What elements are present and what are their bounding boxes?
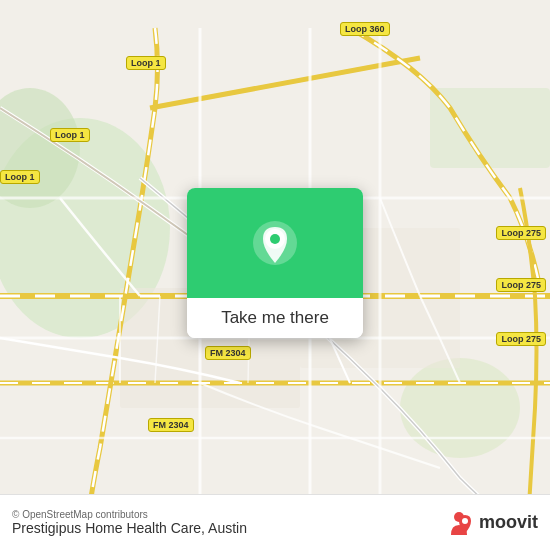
destination-card[interactable]: Take me there: [187, 188, 363, 338]
svg-rect-3: [430, 88, 550, 168]
copyright-text: © OpenStreetMap contributors: [12, 509, 247, 520]
svg-point-4: [400, 358, 520, 458]
location-pin-icon: [251, 219, 299, 267]
loop-1-badge-a: Loop 1: [126, 56, 166, 70]
loop-275-badge-b: Loop 275: [496, 278, 546, 292]
loop-360-badge: Loop 360: [340, 22, 390, 36]
fm-2304-badge-a: FM 2304: [205, 346, 251, 360]
loop-275-badge-a: Loop 275: [496, 226, 546, 240]
location-name: Prestigipus Home Health Care, Austin: [12, 520, 247, 536]
moovit-logo: moovit: [443, 507, 538, 539]
map-container: Loop 360 Loop 1 Loop 1 Loop 1 Loop 275 L…: [0, 0, 550, 550]
svg-point-24: [270, 234, 280, 244]
moovit-icon: [443, 507, 475, 539]
loop-1-badge-c: Loop 1: [0, 170, 40, 184]
take-me-there-label[interactable]: Take me there: [221, 308, 329, 327]
svg-point-26: [462, 518, 468, 524]
bottom-info: © OpenStreetMap contributors Prestigipus…: [12, 509, 247, 536]
card-action-area[interactable]: Take me there: [187, 298, 363, 338]
card-map-area: [187, 188, 363, 298]
bottom-bar: © OpenStreetMap contributors Prestigipus…: [0, 494, 550, 550]
moovit-wordmark: moovit: [479, 512, 538, 533]
fm-2304-badge-b: FM 2304: [148, 418, 194, 432]
loop-1-badge-b: Loop 1: [50, 128, 90, 142]
loop-275-badge-c: Loop 275: [496, 332, 546, 346]
